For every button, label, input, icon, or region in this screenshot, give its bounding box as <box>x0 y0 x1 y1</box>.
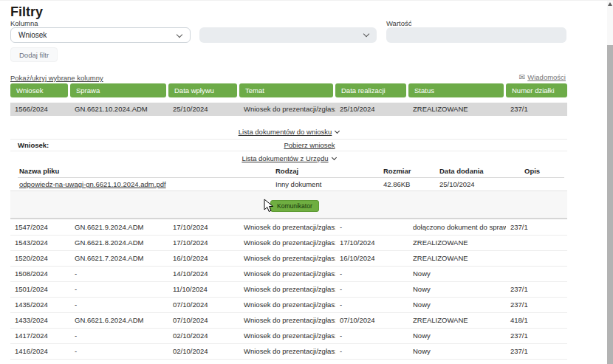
cell-data_realizacji: 16/10/2024 <box>335 251 408 266</box>
cell-sprawa: GN.6621.10.2024.ADM <box>70 103 168 116</box>
cell-numer_dzialki: 237/1 <box>506 298 567 312</box>
cell-data_realizacji: - <box>335 298 408 312</box>
column-header-wniosek: Wniosek <box>10 83 68 97</box>
cell-wniosek: 1508/2024 <box>10 267 70 281</box>
vertical-scrollbar[interactable] <box>607 1 613 364</box>
table-row[interactable]: 1547/2024GN.6621.9.2024.ADM17/10/2024Wni… <box>10 220 567 236</box>
table-row[interactable]: 642/2024-12/06/2024Wniosek do prezentacj… <box>10 360 567 364</box>
files-col-nazwa: Nazwa pliku <box>18 165 275 177</box>
column-header-numer_dzialki: Numer działki <box>506 83 567 97</box>
cell-data_wplywu: 17/10/2024 <box>168 220 239 235</box>
chevron-down-icon <box>332 155 337 160</box>
chevron-down-icon <box>177 32 182 38</box>
table-row[interactable]: 1543/2024GN.6621.8.2024.ADM17/10/2024Wni… <box>10 236 567 251</box>
cell-numer_dzialki <box>506 267 567 281</box>
cell-data_wplywu: 02/10/2024 <box>168 329 239 343</box>
table-row[interactable]: 1501/2024-11/10/2024Wniosek do prezentac… <box>10 282 567 298</box>
table-row[interactable]: 1417/2024-02/10/2024Wniosek do prezentac… <box>10 329 567 344</box>
request-label: Wniosek: <box>18 140 49 151</box>
cell-temat: Wniosek do prezentacji/zgłaszan... <box>239 360 335 364</box>
cell-data_wplywu: 14/10/2024 <box>168 267 239 281</box>
toggle-columns-link[interactable]: Pokaż/ukryj wybrane kolumny <box>10 74 103 82</box>
row-detail-panel: Lista dokumentów do wniosku Wniosek: Pob… <box>10 116 567 219</box>
documents-to-request-link[interactable]: Lista dokumentów do wniosku <box>239 128 340 136</box>
column-header-sprawa: Sprawa <box>70 83 166 97</box>
files-col-data-dodania: Data dodania <box>439 165 524 177</box>
cell-wniosek: 1566/2024 <box>10 103 70 116</box>
cell-temat: Wniosek do prezentacji/zgłaszan... <box>239 103 335 116</box>
files-table-header: Nazwa pliku Rodzaj Rozmiar Data dodania … <box>18 165 564 178</box>
cell-sprawa: GN.6621.9.2024.ADM <box>70 220 168 235</box>
download-request-link[interactable]: Pobierz wniosek <box>284 140 335 151</box>
column-select[interactable]: Wniosek <box>10 27 191 43</box>
scrollbar-thumb[interactable] <box>607 45 613 364</box>
cell-data_wplywu: 16/10/2024 <box>168 251 239 266</box>
table-row[interactable]: 1435/2024-07/10/2024Wniosek do prezentac… <box>10 298 567 313</box>
cell-status: ZREALIZOWANE <box>408 251 506 266</box>
cell-status: Nowy <box>408 298 506 312</box>
documents-from-office-link[interactable]: Lista dokumentów z Urzędu <box>242 154 335 162</box>
page-title: Filtry <box>10 4 43 20</box>
cell-data_wplywu: 17/10/2024 <box>168 236 239 250</box>
cell-sprawa: GN.6621.6.2024.ADM <box>70 313 168 328</box>
cell-sprawa: - <box>70 329 168 343</box>
scroll-up-icon[interactable] <box>608 2 612 6</box>
cell-numer_dzialki: 237/1 <box>506 329 567 343</box>
table-header-row: WniosekSprawaData wpływuTematData realiz… <box>10 83 567 97</box>
cell-temat: Wniosek do prezentacji/zgłaszan... <box>239 267 335 281</box>
value-input[interactable] <box>386 27 566 43</box>
table-row[interactable]: 1433/2024GN.6621.6.2024.ADM07/10/2024Wni… <box>10 313 567 329</box>
messages-link[interactable]: ✉Wiadomości <box>519 73 566 81</box>
cell-wniosek: 1435/2024 <box>10 298 70 312</box>
cell-sprawa: - <box>70 267 168 281</box>
cell-temat: Wniosek do prezentacji/zgłaszan... <box>239 329 335 343</box>
cell-status: dołączono dokument do sprawy <box>408 220 506 235</box>
cell-data_realizacji: - <box>335 360 408 364</box>
cell-temat: Wniosek do prezentacji/zgłaszan... <box>239 282 335 297</box>
envelope-icon: ✉ <box>519 73 525 81</box>
chevron-down-icon <box>363 31 369 37</box>
add-filter-button[interactable]: Dodaj filtr <box>10 47 58 62</box>
cell-data_realizacji: - <box>335 329 408 343</box>
cell-wniosek: 1501/2024 <box>10 282 70 297</box>
cell-status: Nowy <box>408 329 506 343</box>
table-row[interactable]: 1520/2024GN.6621.7.2024.ADM16/10/2024Wni… <box>10 251 567 267</box>
table-row[interactable]: 1508/2024-14/10/2024Wniosek do prezentac… <box>10 267 567 282</box>
cell-data_realizacji: - <box>335 267 408 281</box>
column-header-data_realizacji: Data realizacji <box>335 83 406 97</box>
komunikator-strip: Komunikator <box>10 190 567 218</box>
cell-status: Nowy <box>408 267 506 281</box>
cell-status: ZREALIZOWANE <box>408 313 506 328</box>
cell-sprawa: GN.6621.7.2024.ADM <box>70 251 168 266</box>
table-row-selected[interactable]: 1566/2024GN.6621.10.2024.ADM25/10/2024Wn… <box>10 103 567 116</box>
cell-wniosek: 1547/2024 <box>10 220 70 235</box>
cell-wniosek: 1543/2024 <box>10 236 70 250</box>
chevron-down-icon <box>335 128 340 134</box>
cell-temat: Wniosek do prezentacji/zgłaszan... <box>239 313 335 328</box>
cell-temat: Wniosek do prezentacji/zgłaszan... <box>239 220 335 235</box>
page: Filtry Kolumna Wniosek Wartość Dodaj fil… <box>0 0 613 364</box>
cell-numer_dzialki <box>506 236 567 250</box>
cell-wniosek: 1416/2024 <box>10 344 70 359</box>
komunikator-button[interactable]: Komunikator <box>270 200 319 212</box>
file-download-link[interactable]: odpowiedz-na-uwagi-gn.6621.10.2024.adm.p… <box>19 180 166 188</box>
cell-numer_dzialki: 418/1 <box>506 313 567 328</box>
cell-status: Nowy <box>408 360 506 364</box>
files-table: Nazwa pliku Rodzaj Rozmiar Data dodania … <box>18 165 564 192</box>
cell-sprawa: GN.6621.8.2024.ADM <box>70 236 168 250</box>
operator-select[interactable] <box>199 27 377 43</box>
cell-data_realizacji: 25/10/2024 <box>335 103 408 116</box>
table-row[interactable]: 1416/2024-02/10/2024Wniosek do prezentac… <box>10 344 567 360</box>
cell-sprawa: - <box>70 360 168 364</box>
cell-data_realizacji: - <box>335 220 408 235</box>
cell-numer_dzialki: 237/1 <box>506 344 567 359</box>
file-data-dodania: 25/10/2024 <box>439 178 524 191</box>
file-opis <box>524 178 564 191</box>
cell-sprawa: - <box>70 344 168 359</box>
cell-data_wplywu: 02/10/2024 <box>168 344 239 359</box>
cell-status: ZREALIZOWANE <box>408 236 506 250</box>
cell-numer_dzialki: 237/1 <box>506 282 567 297</box>
cell-data_wplywu: 12/06/2024 <box>168 360 239 364</box>
cell-data_wplywu: 25/10/2024 <box>168 103 239 116</box>
files-col-rodzaj: Rodzaj <box>275 165 383 177</box>
